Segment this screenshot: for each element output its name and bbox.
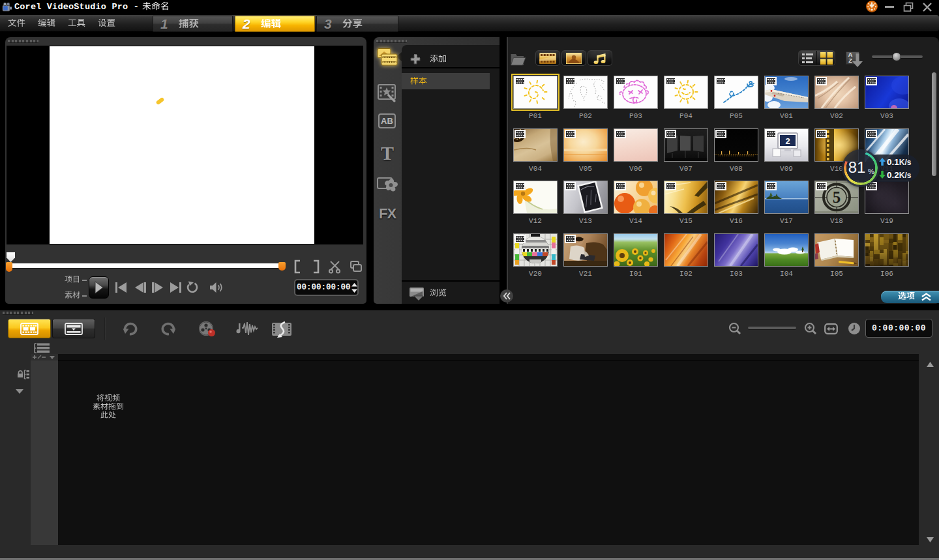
svg-text:5: 5	[833, 188, 841, 206]
svg-text:2: 2	[785, 136, 790, 146]
